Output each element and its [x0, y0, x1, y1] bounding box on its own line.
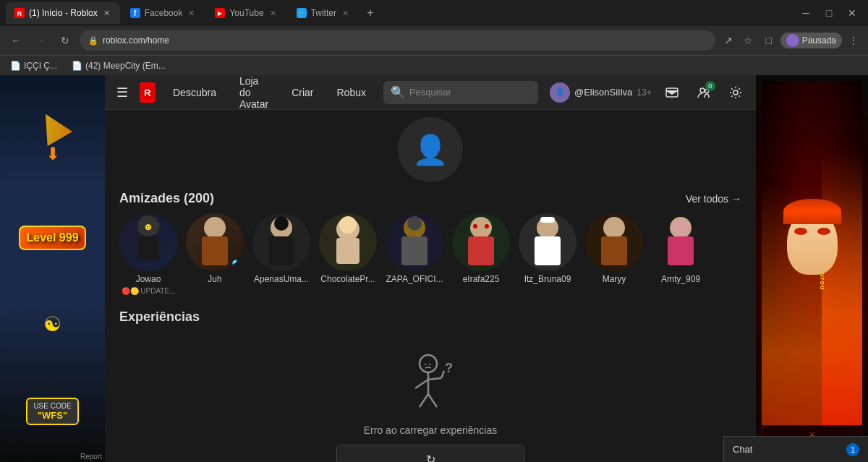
messages-button[interactable]: [660, 81, 684, 104]
extensions-icon[interactable]: □: [760, 32, 778, 49]
profile-avatar-small: [786, 34, 799, 47]
friend-item-zapa[interactable]: ZAPA_OFICI...: [386, 213, 443, 295]
profile-avatar-big[interactable]: 👤: [398, 117, 463, 182]
chat-bar[interactable]: Chat 1: [723, 436, 868, 462]
friends-button[interactable]: 0: [692, 81, 715, 104]
user-avatar-nav: 👤: [550, 82, 570, 103]
robux-badge: 0: [705, 81, 715, 91]
tab-twitter[interactable]: 🐦 Twitter ✕: [288, 2, 359, 24]
friend-name-elrafa: eIrafa225: [463, 274, 500, 284]
tab-roblox-close[interactable]: ✕: [102, 7, 111, 20]
friend-item-elrafa[interactable]: eIrafa225: [452, 213, 510, 295]
right-ad[interactable]: Rengoku Kyoujurou ⚔ TOWER DEFENSE Report: [756, 75, 868, 462]
settings-button[interactable]: [724, 81, 747, 104]
bookmarks-bar: 📄 IÇÇI Ç... 📄 (42) MeepCity (Em...: [0, 55, 868, 75]
search-input[interactable]: [409, 87, 531, 98]
svg-point-26: [473, 224, 477, 228]
minimize-button[interactable]: ─: [796, 3, 816, 23]
bookmark-icon[interactable]: ☆: [740, 32, 757, 49]
friend-avatar-chocolatepr: [319, 213, 377, 271]
code-label: USE CODE "WFS": [26, 398, 78, 425]
bookmark-label-1: IÇÇI Ç...: [24, 61, 57, 71]
bookmark-label-2: (42) MeepCity (Em...: [85, 61, 166, 71]
flame-right: [822, 150, 862, 425]
new-tab-button[interactable]: +: [360, 3, 380, 23]
friend-item-chocolatepr[interactable]: ChocolatePr...: [319, 213, 377, 295]
nav-robux[interactable]: Robux: [331, 84, 371, 101]
tab-bar: R (1) Início - Roblox ✕ f Facebook ✕ ▶ Y…: [0, 0, 868, 26]
search-bar[interactable]: 🔍: [383, 81, 538, 104]
nav-avatar-shop[interactable]: Loja do Avatar: [234, 75, 274, 113]
svg-line-43: [420, 394, 428, 407]
svg-point-27: [485, 224, 489, 228]
error-text: Erro ao carregar experiências: [364, 424, 497, 436]
svg-point-5: [700, 88, 705, 93]
friend-item-juh[interactable]: Juh: [186, 213, 244, 295]
friend-avatar-zapa: [386, 213, 443, 271]
see-all-link[interactable]: Ver todos →: [686, 193, 741, 205]
maximize-button[interactable]: □: [819, 3, 839, 23]
bookmark-item-1[interactable]: 📄 IÇÇI Ç...: [6, 59, 61, 72]
forward-button[interactable]: →: [30, 30, 51, 51]
code-value: "WFS": [33, 410, 71, 421]
friend-item-itzbruna[interactable]: Itz_Bruna09: [519, 213, 576, 295]
friend-name-amty: Amty_909: [661, 274, 700, 284]
search-icon: 🔍: [391, 85, 405, 99]
eye-right: [817, 228, 830, 235]
svg-rect-25: [468, 236, 494, 265]
main-content: ☰ R Descubra Loja do Avatar Criar Robux …: [105, 75, 756, 462]
hamburger-menu[interactable]: ☰: [116, 85, 128, 100]
yin-yang-icon: ☯: [43, 312, 61, 336]
friend-item-maryy[interactable]: Maryy: [585, 213, 643, 295]
friend-item-jowao[interactable]: 😐 Jowao 🔴🟡 UPDATE...: [119, 213, 177, 295]
ad-arrow-icon: ⬇: [46, 144, 60, 164]
share-icon[interactable]: ↗: [720, 32, 737, 49]
left-ad-content: ⬇ Level 999 ☯ USE CODE "WFS": [0, 75, 105, 462]
retry-icon: ↻: [426, 453, 435, 463]
svg-point-7: [733, 90, 738, 95]
friend-avatar-itzbruna: [519, 213, 576, 271]
experiences-title: Experiências: [119, 309, 741, 325]
tab-youtube-close[interactable]: ✕: [268, 7, 278, 20]
user-profile-nav[interactable]: 👤 @ElisonSiIlva 13+: [550, 82, 652, 103]
facebook-favicon: f: [130, 8, 140, 18]
tab-roblox[interactable]: R (1) Início - Roblox ✕: [6, 2, 120, 24]
friend-name-zapa: ZAPA_OFICI...: [386, 274, 443, 284]
menu-icon[interactable]: ⋮: [845, 32, 862, 49]
friend-avatar-jowao: 😐: [119, 213, 177, 271]
tab-facebook[interactable]: f Facebook ✕: [122, 2, 205, 24]
nav-create[interactable]: Criar: [286, 84, 319, 101]
svg-point-12: [204, 217, 226, 239]
friend-name-maryy: Maryy: [603, 274, 626, 284]
tab-twitter-close[interactable]: ✕: [341, 7, 350, 20]
youtube-favicon: ▶: [215, 8, 225, 18]
tab-youtube[interactable]: ▶ YouTube ✕: [206, 2, 286, 24]
profile-label: Pausada: [802, 35, 836, 46]
friend-item-amty[interactable]: Amty_909: [652, 213, 710, 295]
bookmark-item-2[interactable]: 📄 (42) MeepCity (Em...: [67, 59, 170, 72]
chat-badge: 1: [846, 443, 859, 456]
reload-button[interactable]: ↻: [55, 30, 75, 51]
back-button[interactable]: ←: [6, 30, 26, 51]
roblox-logo[interactable]: R: [140, 82, 156, 103]
retry-button[interactable]: ↻: [336, 445, 524, 462]
error-svg: ?: [405, 351, 456, 416]
svg-point-20: [339, 216, 357, 234]
nav-discover[interactable]: Descubra: [167, 84, 222, 101]
svg-rect-22: [401, 236, 427, 265]
left-ad[interactable]: ⬇ Level 999 ☯ USE CODE "WFS" Report: [0, 75, 105, 462]
svg-point-17: [274, 216, 289, 231]
close-button[interactable]: ✕: [842, 3, 862, 23]
character-bg: Rengoku Kyoujurou: [762, 81, 862, 425]
friend-status-jowao: 🔴🟡 UPDATE...: [122, 287, 176, 295]
tab-youtube-label: YouTube: [229, 8, 263, 18]
left-ad-report[interactable]: Report: [80, 453, 102, 461]
tab-facebook-close[interactable]: ✕: [187, 7, 196, 20]
url-bar[interactable]: 🔒 roblox.com/home: [80, 30, 715, 51]
svg-text:R: R: [17, 10, 22, 17]
friend-avatar-amty: [652, 213, 710, 271]
profile-button[interactable]: Pausada: [780, 33, 842, 48]
error-container: ? Erro ao carregar experiências ↻: [119, 336, 741, 462]
right-ad-character: Rengoku Kyoujurou: [762, 81, 862, 425]
friend-item-apenasuma[interactable]: ApenasUma...: [252, 213, 310, 295]
